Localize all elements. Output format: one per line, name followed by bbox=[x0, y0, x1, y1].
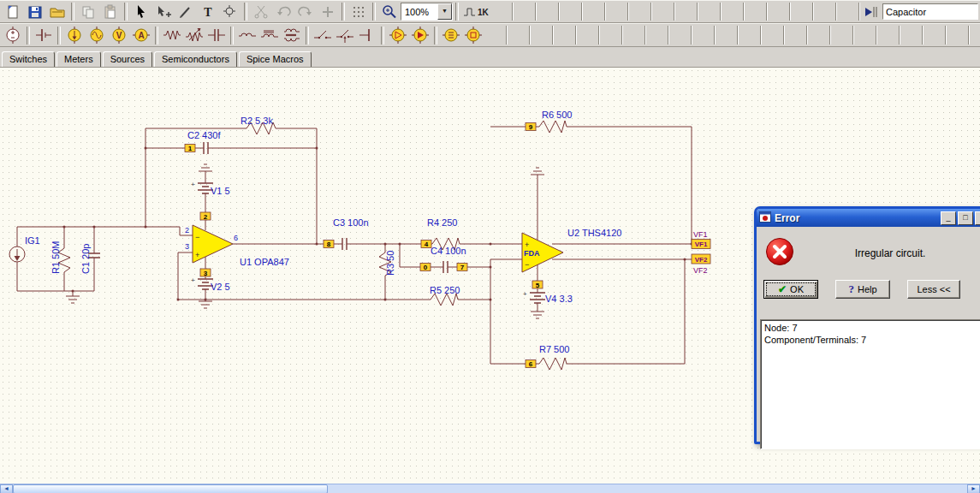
junction-dots bbox=[63, 147, 693, 301]
close-button[interactable]: × bbox=[975, 211, 980, 225]
output-pin-vf2[interactable]: VF2 VF2 bbox=[692, 254, 710, 275]
scrollbar-thumb[interactable] bbox=[13, 484, 328, 493]
node-label-1[interactable]: 1 bbox=[185, 145, 195, 153]
svg-text:5: 5 bbox=[536, 282, 540, 289]
less-button[interactable]: Less << bbox=[907, 280, 960, 299]
svg-text:2: 2 bbox=[204, 213, 208, 221]
svg-text:+: + bbox=[525, 241, 529, 249]
error-dialog-titlebar[interactable]: Error _ □ × bbox=[757, 209, 980, 227]
label-u1: U1 OPA847 bbox=[240, 257, 289, 267]
component-u1-opamp[interactable]: 2 3 6 − + bbox=[185, 225, 238, 263]
ok-button-label: OK bbox=[790, 284, 804, 294]
node-label-8[interactable]: 8 bbox=[324, 241, 334, 249]
node-label-0[interactable]: 0 bbox=[420, 264, 431, 272]
svg-text:−: − bbox=[525, 260, 529, 269]
circuit-wires[interactable] bbox=[17, 127, 692, 364]
label-r1: R1 50M bbox=[50, 241, 61, 274]
error-detail-terminals: Component/Terminals: 7 bbox=[764, 334, 980, 346]
label-v4: V4 3.3 bbox=[545, 294, 573, 304]
battery-plates[interactable] bbox=[198, 183, 545, 303]
svg-text:6: 6 bbox=[529, 360, 533, 368]
scroll-right-icon[interactable]: ► bbox=[967, 484, 980, 493]
error-details-panel: Node: 7 Component/Terminals: 7 bbox=[760, 319, 980, 449]
v2-plus-sign: + bbox=[191, 276, 195, 284]
label-r3: R3 50 bbox=[385, 251, 395, 276]
component-ig1[interactable]: IG1 bbox=[9, 235, 40, 262]
maximize-button[interactable]: □ bbox=[958, 211, 973, 225]
svg-text:VF2: VF2 bbox=[693, 266, 708, 275]
minimize-button[interactable]: _ bbox=[941, 211, 956, 225]
error-dialog: Error _ □ × Irregular circuit. ✔ OK bbox=[754, 206, 980, 444]
less-button-label: Less << bbox=[917, 284, 950, 294]
svg-text:FDA: FDA bbox=[524, 249, 540, 258]
svg-text:VF2: VF2 bbox=[695, 256, 708, 264]
svg-text:3: 3 bbox=[204, 270, 208, 277]
error-icon bbox=[765, 237, 794, 270]
svg-text:9: 9 bbox=[529, 123, 533, 131]
error-dialog-body: Irregular circuit. ✔ OK ? Help Less << N… bbox=[757, 227, 980, 442]
svg-text:−: − bbox=[195, 233, 199, 241]
svg-text:3: 3 bbox=[185, 242, 189, 251]
node-label-5[interactable]: 5 bbox=[532, 281, 543, 289]
svg-text:+: + bbox=[195, 251, 199, 259]
ground-symbols bbox=[66, 164, 544, 318]
label-r6: R6 500 bbox=[542, 110, 572, 120]
svg-text:7: 7 bbox=[460, 264, 465, 271]
svg-text:8: 8 bbox=[327, 241, 331, 248]
error-dialog-icon bbox=[759, 211, 771, 226]
label-r2: R2 5.3k bbox=[241, 116, 273, 126]
label-u2: U2 THS4120 bbox=[567, 228, 621, 238]
svg-text:0: 0 bbox=[424, 264, 428, 271]
svg-text:4: 4 bbox=[425, 241, 429, 248]
label-c1: C1 20p bbox=[80, 244, 91, 274]
help-button[interactable]: ? Help bbox=[835, 280, 890, 299]
label-r5: R5 250 bbox=[430, 285, 460, 295]
error-message: Irregular circuit. bbox=[794, 247, 980, 259]
horizontal-scrollbar[interactable]: ◄ ► bbox=[0, 484, 980, 493]
label-r7: R7 500 bbox=[539, 344, 569, 354]
svg-text:IG1: IG1 bbox=[25, 235, 40, 246]
node-label-7[interactable]: 7 bbox=[457, 264, 467, 272]
node-label-6[interactable]: 6 bbox=[526, 360, 536, 369]
svg-text:1: 1 bbox=[188, 145, 193, 152]
check-icon: ✔ bbox=[778, 283, 787, 295]
help-button-label: Help bbox=[858, 284, 877, 294]
question-icon: ? bbox=[848, 282, 854, 296]
output-pin-vf1[interactable]: VF1 VF1 bbox=[692, 230, 710, 249]
node-label-3[interactable]: 3 bbox=[200, 269, 211, 277]
scroll-left-icon[interactable]: ◄ bbox=[0, 484, 13, 493]
node-label-2[interactable]: 2 bbox=[200, 212, 211, 221]
svg-text:VF1: VF1 bbox=[693, 230, 708, 239]
label-c2: C2 430f bbox=[187, 130, 221, 140]
node-label-4[interactable]: 4 bbox=[421, 241, 431, 249]
label-c3: C3 100n bbox=[333, 217, 369, 228]
svg-text:VF1: VF1 bbox=[695, 241, 708, 248]
v1-plus-sign: + bbox=[191, 181, 195, 188]
svg-text:2: 2 bbox=[185, 226, 189, 235]
ok-button[interactable]: ✔ OK bbox=[763, 280, 818, 299]
node-label-9[interactable]: 9 bbox=[526, 123, 536, 132]
error-detail-node: Node: 7 bbox=[764, 322, 980, 334]
label-r4: R4 250 bbox=[427, 217, 457, 228]
label-c4: C4 100n bbox=[431, 246, 466, 256]
error-dialog-title: Error bbox=[775, 212, 939, 224]
label-v2: V2 5 bbox=[211, 282, 230, 292]
v4-plus-sign: + bbox=[523, 290, 527, 298]
application-window: T 100% ▼ 1K bbox=[0, 0, 980, 493]
label-v1: V1 5 bbox=[211, 186, 230, 196]
svg-text:6: 6 bbox=[234, 234, 238, 242]
component-u2-fda[interactable]: FDA + − bbox=[522, 233, 563, 272]
